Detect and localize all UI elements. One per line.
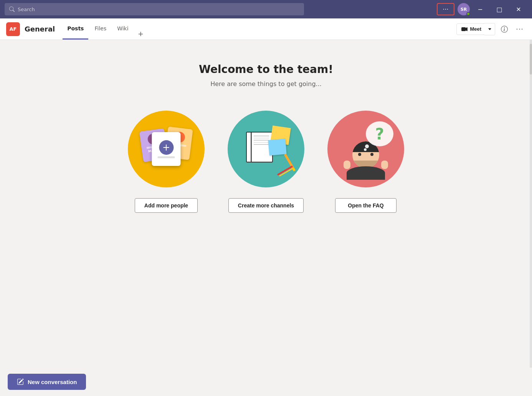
add-more-people-button[interactable]: Add more people bbox=[135, 198, 198, 213]
channel-tabs: Posts Files Wiki + bbox=[63, 18, 147, 40]
tab-posts[interactable]: Posts bbox=[63, 18, 88, 40]
meet-dropdown-button[interactable] bbox=[484, 23, 495, 35]
open-faq-button[interactable]: Open the FAQ bbox=[335, 198, 397, 213]
maximize-button[interactable]: □ bbox=[491, 3, 508, 15]
main-content: Welcome to the team! Here are some thing… bbox=[0, 40, 532, 396]
open-faq-card: ? Open the FAQ bbox=[327, 111, 404, 213]
info-button[interactable] bbox=[498, 23, 511, 35]
search-bar[interactable]: Search bbox=[5, 3, 304, 15]
titlebar: Search ··· SR − □ ✕ bbox=[0, 0, 532, 18]
create-channels-card: Create more channels bbox=[228, 111, 304, 213]
channel-header: AF General Posts Files Wiki + Meet bbox=[0, 18, 532, 40]
new-conversation-button[interactable]: New conversation bbox=[8, 374, 86, 390]
minimize-button[interactable]: − bbox=[471, 3, 489, 15]
welcome-subtitle: Here are some things to get going... bbox=[210, 80, 322, 88]
create-channels-illustration bbox=[228, 111, 304, 187]
channel-avatar: AF bbox=[6, 22, 20, 36]
titlebar-actions: ··· SR − □ ✕ bbox=[437, 3, 527, 15]
scrollbar-thumb bbox=[530, 44, 532, 75]
online-status-dot bbox=[466, 12, 470, 16]
meet-button-group: Meet bbox=[456, 23, 495, 35]
channel-name: General bbox=[25, 25, 55, 33]
info-icon bbox=[501, 26, 508, 33]
add-people-illustration: Maxine + bbox=[128, 111, 205, 187]
video-icon bbox=[461, 26, 468, 32]
channel-more-button[interactable]: ··· bbox=[514, 23, 526, 35]
scrollbar[interactable] bbox=[530, 40, 532, 396]
tab-wiki[interactable]: Wiki bbox=[112, 18, 133, 40]
chevron-down-icon bbox=[488, 27, 492, 31]
welcome-title: Welcome to the team! bbox=[199, 63, 333, 76]
create-more-channels-button[interactable]: Create more channels bbox=[228, 198, 304, 213]
close-button[interactable]: ✕ bbox=[510, 3, 527, 15]
user-avatar[interactable]: SR bbox=[458, 3, 470, 15]
search-icon bbox=[9, 7, 15, 12]
bottom-bar: New conversation bbox=[0, 368, 532, 396]
add-tab-button[interactable]: + bbox=[135, 27, 147, 40]
question-mark: ? bbox=[375, 125, 384, 143]
add-people-card: Maxine + Add more people bbox=[128, 111, 205, 213]
compose-icon bbox=[17, 378, 24, 385]
header-right-actions: Meet ··· bbox=[456, 23, 526, 35]
more-options-button[interactable]: ··· bbox=[437, 3, 454, 15]
tab-files[interactable]: Files bbox=[90, 18, 111, 40]
search-placeholder: Search bbox=[18, 7, 35, 12]
cards-container: Maxine + Add more people bbox=[128, 111, 404, 213]
open-faq-illustration: ? bbox=[327, 111, 404, 187]
meet-button[interactable]: Meet bbox=[456, 23, 486, 35]
